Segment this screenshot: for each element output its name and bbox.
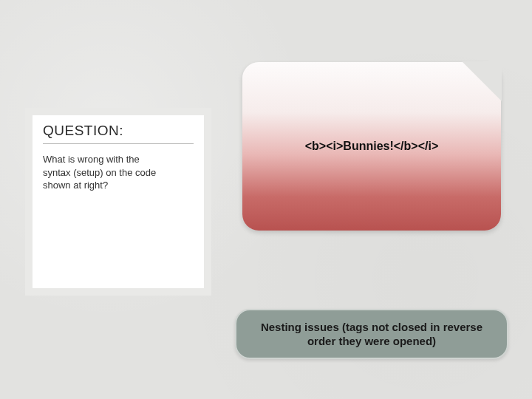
code-card: <b><i>Bunnies!</b></i> <box>242 62 501 231</box>
answer-card: Nesting issues (tags not closed in rever… <box>235 309 508 359</box>
question-card: QUESTION: What is wrong with the syntax … <box>25 108 211 296</box>
question-body: What is wrong with the syntax (setup) on… <box>43 153 168 192</box>
card-notch-decoration <box>462 61 502 101</box>
question-heading: QUESTION: <box>43 123 194 144</box>
answer-text: Nesting issues (tags not closed in rever… <box>251 320 492 349</box>
code-snippet: <b><i>Bunnies!</b></i> <box>305 140 439 153</box>
